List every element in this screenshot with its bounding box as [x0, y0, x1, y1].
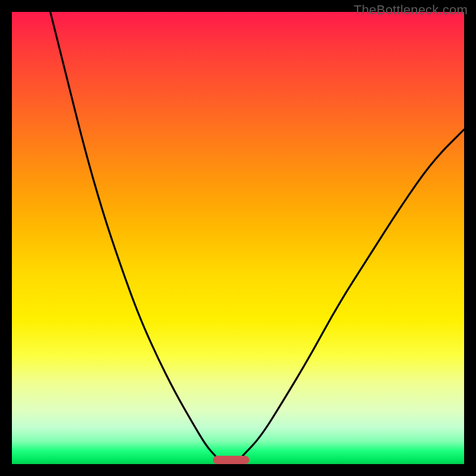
watermark-text: TheBottleneck.com	[353, 2, 468, 18]
gradient-plot-area	[12, 12, 464, 464]
optimum-marker	[213, 456, 249, 464]
